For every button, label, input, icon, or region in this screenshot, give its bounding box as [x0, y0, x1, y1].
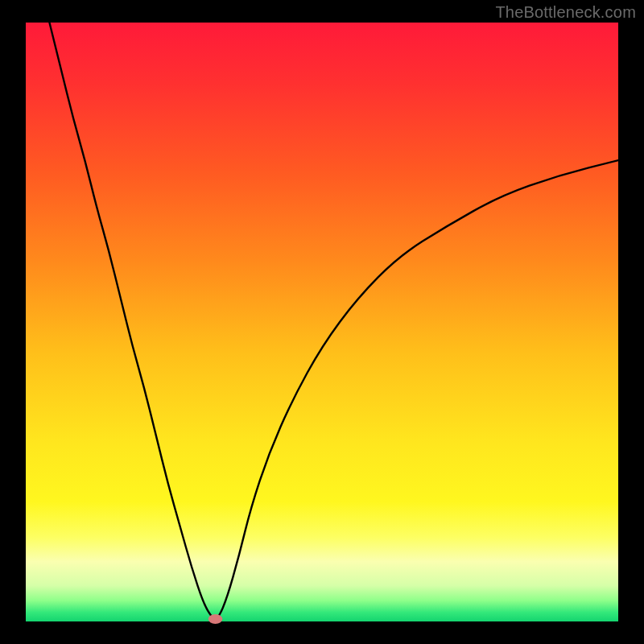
minimum-marker — [208, 614, 223, 624]
watermark-text: TheBottleneck.com — [495, 3, 636, 22]
chart-svg — [0, 0, 644, 644]
chart-background — [26, 23, 618, 621]
chart-container: TheBottleneck.com — [0, 0, 644, 644]
